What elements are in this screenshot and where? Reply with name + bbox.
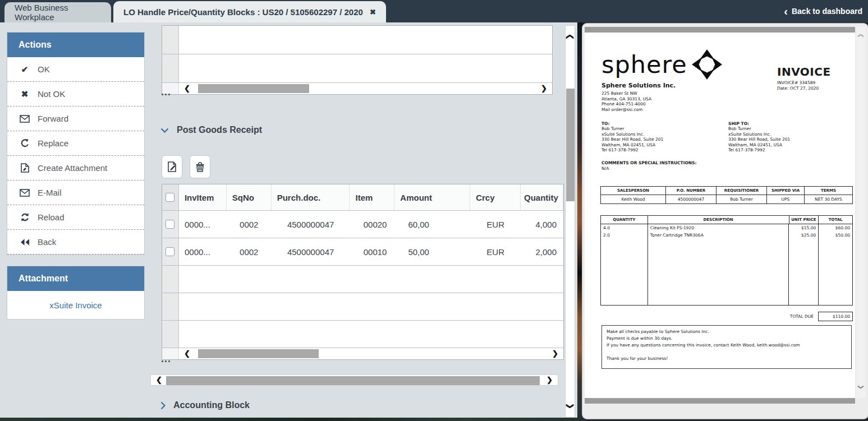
scroll-up-icon[interactable]: ❮ xyxy=(856,33,866,39)
line-item-row: 2.0 Toner Cartridge TNR306A $25.00 $50.0… xyxy=(601,232,852,239)
cell-crcy: EUR xyxy=(470,211,521,238)
cell-quantity: 4,000 xyxy=(521,211,563,238)
column-header[interactable]: Crcy xyxy=(470,184,521,210)
scrollbar-thumb[interactable] xyxy=(198,349,319,358)
table-row xyxy=(162,54,552,83)
horizontal-scrollbar[interactable]: ❮ ❯ xyxy=(162,348,563,359)
section-title: Post Goods Receipt xyxy=(177,125,262,135)
comments-value: N/A xyxy=(601,166,697,172)
item-total: $60.00 xyxy=(819,224,852,232)
empty-cell xyxy=(179,54,552,82)
cell-invitem: 0000... xyxy=(179,211,227,238)
column-header[interactable]: Amount xyxy=(394,184,470,210)
outer-horizontal-scrollbar[interactable]: ❮ ❯ xyxy=(150,374,558,386)
delete-button[interactable] xyxy=(190,155,210,178)
scrollbar-thumb[interactable] xyxy=(566,89,575,201)
line-items-table: QUANTITY DESCRIPTION UNIT PRICE TOTAL 4.… xyxy=(600,215,853,306)
ship-to-line: xSuite Solutions Inc. xyxy=(728,132,855,137)
scroll-down-icon[interactable]: ❯ xyxy=(856,384,866,390)
cell-item: 00020 xyxy=(350,211,395,238)
row-checkbox[interactable] xyxy=(166,220,174,229)
horizontal-scrollbar[interactable]: ❮ ❯ xyxy=(162,83,552,94)
screen: Web Business Workplace LO Handle Price/Q… xyxy=(0,0,868,421)
column-header[interactable]: Item xyxy=(350,184,394,210)
close-icon[interactable]: ✖ xyxy=(370,8,376,16)
line-items-filler xyxy=(601,239,852,305)
cell-sqno: 0002 xyxy=(227,238,272,265)
table-row-empty xyxy=(162,321,563,348)
scrollbar-stub xyxy=(162,83,179,94)
info-value: 4500000047 xyxy=(666,195,717,203)
tab-lo-handle-blocks[interactable]: LO Handle Price/Quantity Blocks : US20 /… xyxy=(113,1,386,22)
scroll-right-icon[interactable]: ❯ xyxy=(547,348,563,359)
comments-title: COMMENTS OR SPECIAL INSTRUCTIONS: xyxy=(601,160,697,165)
scroll-up-icon[interactable]: ❮ xyxy=(566,33,575,41)
info-header: P.O. NUMBER xyxy=(666,187,717,195)
items-header: DESCRIPTION xyxy=(648,216,789,224)
scroll-right-icon[interactable]: ❯ xyxy=(541,374,558,386)
line-item-row: 4.0 Cleaning Kit FS-1920 $15.00 $60.00 xyxy=(601,224,852,232)
select-all-cell xyxy=(162,184,179,210)
cell-quantity: 2,000 xyxy=(521,238,563,265)
info-value: NET 30 DAYS xyxy=(805,195,852,203)
scroll-right-icon[interactable]: ❯ xyxy=(536,83,552,94)
scroll-left-icon[interactable]: ❮ xyxy=(179,83,195,94)
back-to-dashboard-link[interactable]: ‹ Back to dashboard xyxy=(784,0,862,22)
invoice-title: INVOICE xyxy=(777,65,831,78)
section-accounting-block[interactable]: Accounting Block xyxy=(160,400,250,410)
ship-to-line: Waltham, MA 02451, USA xyxy=(728,142,855,148)
column-header[interactable]: Quantity xyxy=(521,184,563,210)
item-description: Cleaning Kit FS-1920 xyxy=(648,224,789,232)
invoice-footer-box: Make all checks payable to Sphere Soluti… xyxy=(601,325,852,369)
scrollbar-thumb[interactable] xyxy=(198,84,309,93)
to-title: TO: xyxy=(601,121,728,126)
table-row-empty xyxy=(162,266,563,293)
row-selector-cell[interactable] xyxy=(162,26,179,54)
section-title: Accounting Block xyxy=(173,400,250,410)
footer-line: Payment is due within 30 days. xyxy=(607,335,847,342)
select-all-checkbox[interactable] xyxy=(166,193,174,202)
scrollbar-thumb[interactable] xyxy=(166,376,540,385)
scroll-left-icon[interactable]: ❮ xyxy=(151,374,167,386)
column-header[interactable]: InvItem xyxy=(179,184,227,210)
sphere-logo: sphere xyxy=(601,49,722,80)
edit-document-button[interactable] xyxy=(162,155,182,178)
items-header: QUANTITY xyxy=(601,216,648,224)
row-selector-cell[interactable] xyxy=(162,54,179,82)
to-line: Bob Turner xyxy=(601,126,728,132)
column-header[interactable]: Purch.doc. xyxy=(272,184,350,210)
resize-handle[interactable] xyxy=(162,94,170,95)
footer-line xyxy=(607,349,847,355)
tab-web-business-workplace[interactable]: Web Business Workplace xyxy=(4,2,111,22)
top-bar: Web Business Workplace LO Handle Price/Q… xyxy=(0,0,868,22)
company-mail: Mail order@ssi.com xyxy=(601,107,676,113)
scroll-left-icon[interactable]: ❮ xyxy=(179,348,195,359)
sphere-logo-icon xyxy=(692,49,722,80)
cell-crcy: EUR xyxy=(470,238,521,265)
viewer-vertical-scrollbar[interactable]: ❮ ❯ xyxy=(856,27,866,398)
company-block: Sphere Solutions Inc. 225 Baker St NW At… xyxy=(601,82,676,112)
column-header[interactable]: SqNo xyxy=(227,184,272,210)
vertical-scrollbar[interactable]: ❮ ❯ xyxy=(565,25,575,418)
scroll-down-icon[interactable]: ❯ xyxy=(566,402,575,410)
to-line: Waltham, MA 02451, USA xyxy=(601,142,728,148)
invoice-date: Date: OCT 27, 2020 xyxy=(777,86,831,91)
info-value: Keith Wood xyxy=(601,195,666,203)
invoice-document: sphere INVOICE INVOICE# 334589 xyxy=(585,36,855,398)
viewer-bottom-scrollbar[interactable] xyxy=(585,398,855,404)
info-header: SALESPERSON xyxy=(601,187,666,195)
invoice-page: sphere INVOICE INVOICE# 334589 xyxy=(585,27,855,398)
footer-line: Thank you for your business! xyxy=(607,355,847,362)
item-description: Toner Cartridge TNR306A xyxy=(648,232,789,239)
item-unit-price: $15.00 xyxy=(789,224,819,232)
viewer-top-scrollbar[interactable] xyxy=(585,27,855,33)
top-partial-table: ❮ ❯ xyxy=(162,25,553,95)
invoice-viewer-window: sphere INVOICE INVOICE# 334589 xyxy=(582,24,868,419)
section-post-goods-receipt[interactable]: Post Goods Receipt xyxy=(160,125,262,135)
ship-to-title: SHIP TO: xyxy=(728,121,855,126)
row-checkbox[interactable] xyxy=(166,247,174,256)
pgr-toolbar xyxy=(162,155,210,178)
company-address-line: 225 Baker St NW xyxy=(601,91,676,96)
ship-to-line: Tel 617-378-7992 xyxy=(728,147,855,153)
resize-handle[interactable] xyxy=(162,360,170,362)
